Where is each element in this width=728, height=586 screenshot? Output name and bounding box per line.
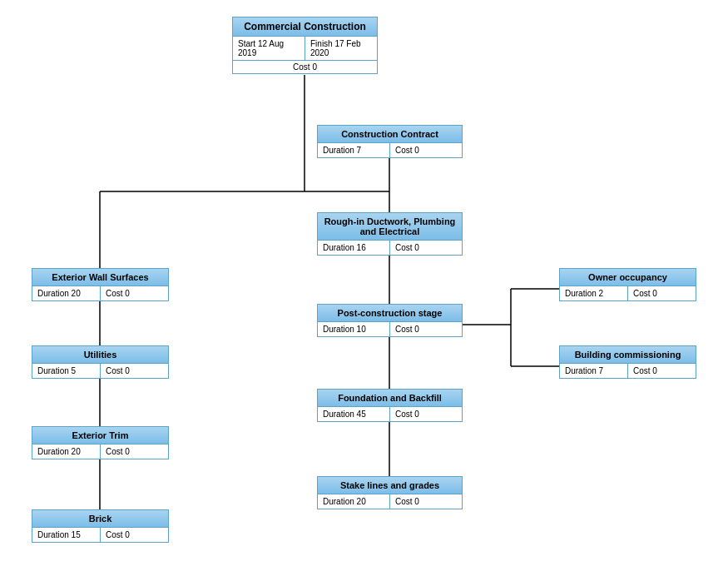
ew-cost: Cost 0 bbox=[101, 286, 168, 300]
stake-lines-body: Duration 20 Cost 0 bbox=[318, 494, 462, 509]
exterior-wall-node: Exterior Wall Surfaces Duration 20 Cost … bbox=[32, 268, 169, 301]
brick-body: Duration 15 Cost 0 bbox=[32, 528, 168, 542]
post-construction-title: Post-construction stage bbox=[318, 305, 462, 322]
owner-occupancy-body: Duration 2 Cost 0 bbox=[560, 286, 696, 300]
exterior-trim-body: Duration 20 Cost 0 bbox=[32, 444, 168, 459]
root-cost: Cost 0 bbox=[233, 61, 377, 73]
building-commissioning-node: Building commissioning Duration 7 Cost 0 bbox=[559, 345, 696, 379]
root-finish-text: Finish 17 Feb 2020 bbox=[310, 39, 361, 57]
cc-cost: Cost 0 bbox=[390, 143, 462, 157]
rough-in-body: Duration 16 Cost 0 bbox=[318, 241, 462, 255]
root-start: Start 12 Aug 2019 bbox=[233, 37, 305, 60]
sl-duration: Duration 20 bbox=[318, 494, 390, 509]
ut-cost: Cost 0 bbox=[101, 364, 168, 378]
bc-cost: Cost 0 bbox=[628, 364, 696, 378]
root-title-text: Commercial Construction bbox=[244, 21, 366, 32]
ew-duration: Duration 20 bbox=[32, 286, 101, 300]
root-title: Commercial Construction bbox=[233, 17, 377, 37]
ut-duration: Duration 5 bbox=[32, 364, 101, 378]
bc-duration: Duration 7 bbox=[560, 364, 628, 378]
construction-contract-body: Duration 7 Cost 0 bbox=[318, 143, 462, 157]
exterior-wall-title: Exterior Wall Surfaces bbox=[32, 269, 168, 286]
et-cost: Cost 0 bbox=[101, 444, 168, 459]
root-start-text: Start 12 Aug 2019 bbox=[238, 39, 284, 57]
brick-title: Brick bbox=[32, 510, 168, 528]
diagram: Commercial Construction Start 12 Aug 201… bbox=[0, 0, 728, 586]
sl-cost: Cost 0 bbox=[390, 494, 462, 509]
building-commissioning-body: Duration 7 Cost 0 bbox=[560, 364, 696, 378]
exterior-trim-node: Exterior Trim Duration 20 Cost 0 bbox=[32, 426, 169, 459]
foundation-body: Duration 45 Cost 0 bbox=[318, 407, 462, 421]
exterior-wall-body: Duration 20 Cost 0 bbox=[32, 286, 168, 300]
fb-duration: Duration 45 bbox=[318, 407, 390, 421]
utilities-body: Duration 5 Cost 0 bbox=[32, 364, 168, 378]
rough-in-node: Rough-in Ductwork, Plumbing and Electric… bbox=[317, 212, 463, 256]
fb-cost: Cost 0 bbox=[390, 407, 462, 421]
root-cost-text: Cost 0 bbox=[293, 62, 317, 72]
oo-duration: Duration 2 bbox=[560, 286, 628, 300]
root-node: Commercial Construction Start 12 Aug 201… bbox=[232, 17, 378, 74]
ri-duration: Duration 16 bbox=[318, 241, 390, 255]
exterior-trim-title: Exterior Trim bbox=[32, 427, 168, 444]
brick-node: Brick Duration 15 Cost 0 bbox=[32, 509, 169, 543]
stake-lines-title: Stake lines and grades bbox=[318, 477, 462, 494]
utilities-node: Utilities Duration 5 Cost 0 bbox=[32, 345, 169, 379]
et-duration: Duration 20 bbox=[32, 444, 101, 459]
ri-cost: Cost 0 bbox=[390, 241, 462, 255]
pc-duration: Duration 10 bbox=[318, 322, 390, 336]
utilities-title: Utilities bbox=[32, 346, 168, 364]
cc-duration: Duration 7 bbox=[318, 143, 390, 157]
pc-cost: Cost 0 bbox=[390, 322, 462, 336]
stake-lines-node: Stake lines and grades Duration 20 Cost … bbox=[317, 476, 463, 509]
building-commissioning-title: Building commissioning bbox=[560, 346, 696, 364]
post-construction-body: Duration 10 Cost 0 bbox=[318, 322, 462, 336]
root-finish: Finish 17 Feb 2020 bbox=[305, 37, 377, 60]
oo-cost: Cost 0 bbox=[628, 286, 696, 300]
construction-contract-title: Construction Contract bbox=[318, 126, 462, 143]
construction-contract-node: Construction Contract Duration 7 Cost 0 bbox=[317, 125, 463, 158]
br-cost: Cost 0 bbox=[101, 528, 168, 542]
owner-occupancy-node: Owner occupancy Duration 2 Cost 0 bbox=[559, 268, 696, 301]
rough-in-title: Rough-in Ductwork, Plumbing and Electric… bbox=[318, 213, 462, 241]
br-duration: Duration 15 bbox=[32, 528, 101, 542]
owner-occupancy-title: Owner occupancy bbox=[560, 269, 696, 286]
post-construction-node: Post-construction stage Duration 10 Cost… bbox=[317, 304, 463, 337]
foundation-node: Foundation and Backfill Duration 45 Cost… bbox=[317, 389, 463, 422]
foundation-title: Foundation and Backfill bbox=[318, 390, 462, 407]
